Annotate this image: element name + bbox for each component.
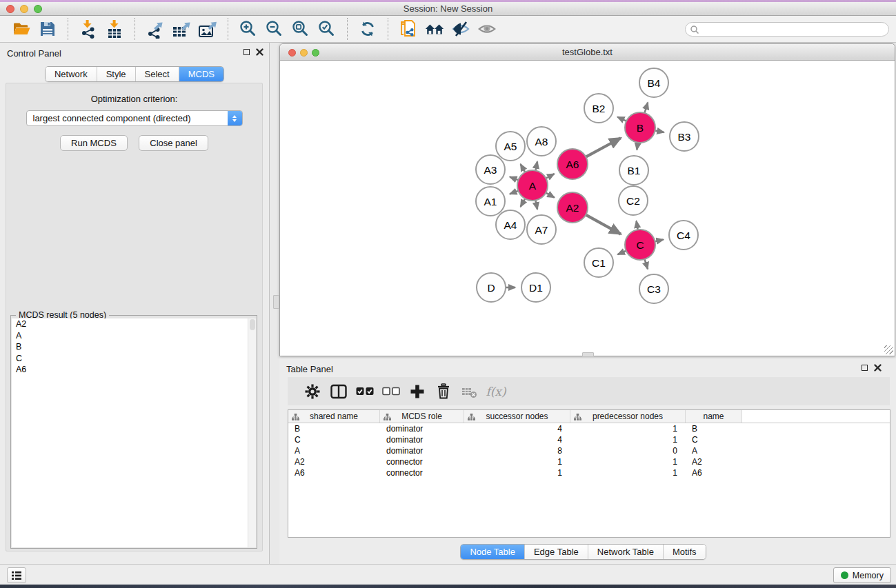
table-cell[interactable]: dominator	[380, 423, 464, 434]
edge-A-A1[interactable]	[510, 191, 518, 194]
node-C[interactable]: C	[625, 230, 655, 260]
table-cell[interactable]: A	[288, 445, 380, 456]
tab-control-mcds[interactable]: MCDS	[179, 67, 223, 81]
tab-table-network-table[interactable]: Network Table	[588, 545, 664, 559]
table-cell[interactable]: B	[686, 423, 742, 434]
tab-table-motifs[interactable]: Motifs	[664, 545, 706, 559]
edge-A-A7[interactable]	[535, 201, 537, 210]
close-panel-icon[interactable]	[874, 364, 882, 372]
deselect-all-button[interactable]	[378, 381, 404, 402]
edge-C-C2[interactable]	[637, 221, 638, 230]
table-cell[interactable]: 1	[464, 467, 570, 478]
float-panel-icon[interactable]	[862, 365, 868, 371]
table-cell[interactable]: connector	[380, 456, 464, 467]
network-close-button[interactable]	[288, 49, 296, 57]
mcds-result-item[interactable]: B	[12, 341, 256, 353]
node-A7[interactable]: A7	[527, 215, 556, 244]
table-row[interactable]: A6connector11A6	[288, 467, 890, 478]
function-builder-button[interactable]: f(x)	[483, 381, 509, 402]
table-row[interactable]: Cdominator41C	[288, 434, 890, 445]
vertical-divider-grip[interactable]	[273, 295, 279, 309]
table-cell[interactable]: C	[686, 434, 742, 445]
network-zoom-button[interactable]	[312, 49, 319, 57]
node-A[interactable]: A	[517, 170, 548, 201]
column-layout-button[interactable]	[326, 381, 352, 402]
delete-table-button[interactable]	[457, 381, 483, 402]
node-B2[interactable]: B2	[584, 94, 613, 123]
column-header-name[interactable]: name	[686, 410, 742, 423]
table-cell[interactable]: A6	[686, 467, 742, 478]
edge-A-A2[interactable]	[546, 193, 554, 198]
table-cell[interactable]: 1	[570, 434, 686, 445]
gear-button[interactable]	[299, 381, 326, 402]
save-session-button[interactable]	[37, 19, 58, 39]
close-panel-button[interactable]: Close panel	[139, 135, 208, 151]
node-A8[interactable]: A8	[527, 127, 556, 156]
table-cell[interactable]: dominator	[380, 445, 464, 456]
network-minimize-button[interactable]	[300, 49, 308, 57]
table-cell[interactable]: connector	[380, 467, 464, 478]
table-cell[interactable]: 1	[570, 423, 686, 434]
table-cell[interactable]: A2	[288, 456, 380, 467]
zoom-window-button[interactable]	[34, 5, 42, 13]
zoom-fit-button[interactable]	[290, 19, 311, 39]
open-file-button[interactable]	[11, 19, 32, 39]
tab-control-style[interactable]: Style	[97, 67, 136, 81]
export-network-button[interactable]	[145, 19, 166, 39]
home-pages-button[interactable]	[424, 19, 445, 39]
import-network-button[interactable]	[78, 19, 99, 39]
edge-C-C4[interactable]	[655, 240, 663, 242]
table-cell[interactable]: B	[288, 423, 380, 434]
close-panel-icon[interactable]	[256, 48, 263, 56]
table-cell[interactable]: 8	[464, 445, 570, 456]
edge-A-A8[interactable]	[535, 161, 537, 170]
tab-table-node-table[interactable]: Node Table	[461, 545, 525, 559]
table-cell[interactable]: dominator	[380, 434, 464, 445]
node-C4[interactable]: C4	[669, 221, 698, 250]
mcds-result-item[interactable]: A6	[12, 364, 256, 376]
edge-A-A4[interactable]	[521, 199, 526, 207]
resize-grip[interactable]	[884, 345, 893, 354]
delete-button[interactable]	[430, 381, 457, 402]
memory-button[interactable]: Memory	[833, 567, 891, 583]
node-A3[interactable]: A3	[476, 155, 505, 184]
close-window-button[interactable]	[6, 5, 14, 13]
column-header-successor-nodes[interactable]: successor nodes	[464, 410, 570, 423]
node-A5[interactable]: A5	[496, 132, 525, 161]
node-D1[interactable]: D1	[521, 273, 550, 302]
export-table-button[interactable]	[171, 19, 192, 39]
node-D[interactable]: D	[477, 273, 506, 302]
select-all-button[interactable]	[352, 381, 378, 402]
edge-B-B3[interactable]	[655, 130, 664, 132]
network-window-titlebar[interactable]: testGlobe.txt	[280, 44, 895, 61]
zoom-in-button[interactable]	[238, 19, 259, 39]
edge-A-A6[interactable]	[546, 174, 554, 178]
import-table-button[interactable]	[104, 19, 125, 39]
float-panel-icon[interactable]	[243, 49, 250, 55]
node-B[interactable]: B	[625, 112, 655, 143]
table-cell[interactable]: C	[288, 434, 380, 445]
show-eye-button[interactable]	[477, 19, 497, 39]
add-column-button[interactable]	[404, 381, 430, 402]
table-cell[interactable]: 1	[570, 456, 686, 467]
edge-A-A3[interactable]	[510, 177, 518, 181]
node-C3[interactable]: C3	[639, 274, 668, 303]
search-input[interactable]	[699, 25, 888, 34]
node-A1[interactable]: A1	[476, 187, 505, 216]
edge-C-C3[interactable]	[645, 259, 648, 269]
horizontal-divider-grip[interactable]	[582, 352, 594, 357]
node-C1[interactable]: C1	[584, 248, 613, 277]
tab-control-select[interactable]: Select	[136, 67, 179, 81]
table-cell[interactable]: A	[686, 445, 742, 456]
table-cell[interactable]: A2	[686, 456, 742, 467]
tab-control-network[interactable]: Network	[46, 67, 97, 81]
edge-A2-C[interactable]	[586, 215, 621, 234]
node-C2[interactable]: C2	[619, 186, 648, 215]
table-row[interactable]: Adominator80A	[288, 445, 890, 456]
mcds-result-item[interactable]: A2	[12, 318, 256, 330]
edge-A6-B[interactable]	[586, 138, 621, 156]
node-A2[interactable]: A2	[557, 192, 588, 223]
table-cell[interactable]: 1	[570, 467, 686, 478]
table-cell[interactable]: 0	[570, 445, 686, 456]
hide-style-button[interactable]	[450, 19, 471, 39]
